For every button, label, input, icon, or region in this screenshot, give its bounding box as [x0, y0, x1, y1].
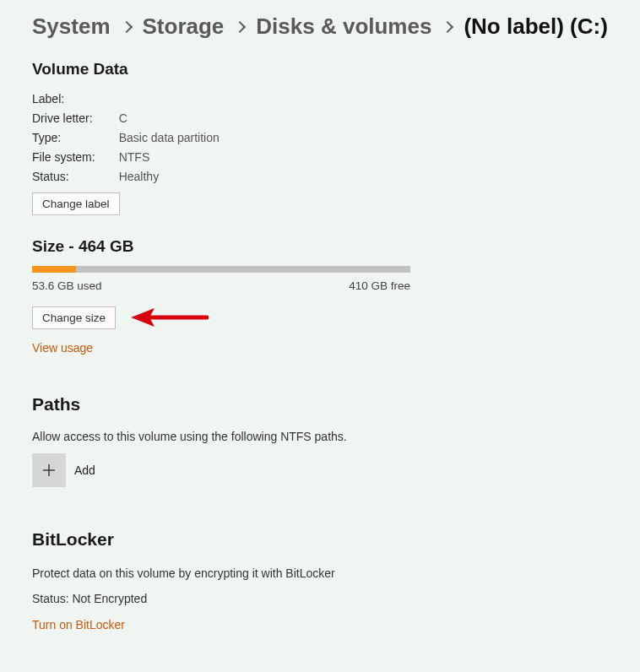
bitlocker-heading: BitLocker	[32, 529, 621, 550]
type-value: Basic data partition	[119, 131, 220, 150]
volume-data-table: Label: Drive letter: C Type: Basic data …	[32, 92, 220, 189]
usage-bar-fill	[32, 266, 76, 273]
paths-description: Allow access to this volume using the fo…	[32, 430, 621, 443]
free-label: 410 GB free	[349, 279, 410, 292]
turn-on-bitlocker-link[interactable]: Turn on BitLocker	[32, 618, 125, 631]
chevron-right-icon	[122, 23, 131, 31]
breadcrumb-storage[interactable]: Storage	[143, 14, 225, 40]
usage-bar: 53.6 GB used 410 GB free	[32, 266, 410, 292]
view-usage-link[interactable]: View usage	[32, 341, 93, 355]
label-key: Label:	[32, 92, 119, 111]
breadcrumb: System Storage Disks & volumes (No label…	[32, 14, 621, 40]
type-key: Type:	[32, 131, 119, 150]
add-path-label: Add	[74, 463, 95, 477]
status-key: Status:	[32, 170, 119, 189]
file-system-value: NTFS	[119, 150, 220, 170]
breadcrumb-current: (No label) (C:)	[464, 14, 607, 40]
arrow-left-annotation-icon	[131, 306, 209, 329]
volume-data-heading: Volume Data	[32, 60, 621, 79]
breadcrumb-system[interactable]: System	[32, 14, 111, 40]
label-value	[119, 92, 220, 111]
status-value: Healthy	[119, 170, 220, 189]
bitlocker-description: Protect data on this volume by encryptin…	[32, 566, 621, 580]
breadcrumb-disks-volumes[interactable]: Disks & volumes	[256, 14, 431, 40]
drive-letter-key: Drive letter:	[32, 111, 119, 131]
file-system-key: File system:	[32, 150, 119, 170]
change-label-button[interactable]: Change label	[32, 192, 120, 215]
change-size-button[interactable]: Change size	[32, 306, 116, 329]
chevron-right-icon	[236, 23, 244, 31]
paths-heading: Paths	[32, 394, 621, 415]
used-label: 53.6 GB used	[32, 279, 102, 292]
bitlocker-status: Status: Not Encrypted	[32, 592, 621, 605]
plus-icon	[42, 463, 56, 477]
drive-letter-value: C	[119, 111, 220, 131]
chevron-right-icon	[443, 23, 452, 31]
size-heading: Size - 464 GB	[32, 237, 621, 256]
add-path-button[interactable]	[32, 453, 66, 487]
